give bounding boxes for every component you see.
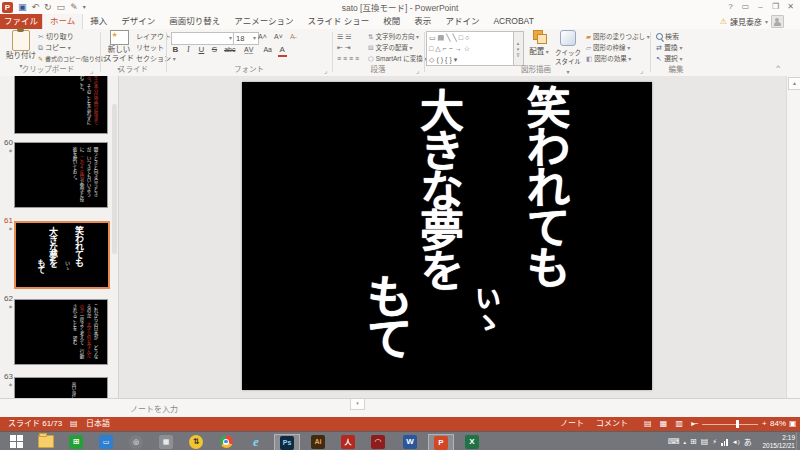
excel-button[interactable]: X (460, 434, 484, 450)
help-button[interactable]: ? (723, 0, 738, 13)
ime-indicator[interactable]: あ (744, 436, 752, 447)
account-area[interactable]: ⚠ 諌見泰彦 ▾ (720, 14, 784, 29)
photoshop-button[interactable]: Ps (274, 434, 300, 450)
change-case-button[interactable]: Aa (260, 45, 276, 55)
acrobat-button[interactable]: 人 (336, 434, 360, 450)
restore-button[interactable]: ❐ (768, 0, 783, 13)
layout-button[interactable]: レイアウト (136, 32, 176, 42)
clipboard-dialog-launcher[interactable] (90, 67, 97, 74)
indent-buttons[interactable]: ⇤ ⇥ (337, 43, 351, 53)
zoom-slider-thumb[interactable] (736, 420, 739, 428)
list-buttons[interactable]: ☰ ☱ (337, 32, 352, 42)
zoom-in-button[interactable]: + (762, 417, 767, 431)
file-explorer-button[interactable] (34, 434, 58, 450)
paragraph-dialog-launcher[interactable] (416, 67, 423, 74)
powerpoint-button[interactable]: P (428, 434, 454, 450)
slide-indicator[interactable]: スライド 61/73 (8, 417, 62, 431)
grow-font-button[interactable]: A˄ (258, 32, 267, 42)
internet-explorer-button[interactable]: e (244, 434, 268, 450)
avatar[interactable] (771, 15, 784, 28)
notes-splitter-button[interactable]: ▾ (350, 398, 365, 410)
tab-addins[interactable]: アドイン (438, 14, 486, 29)
close-button[interactable]: ✕ (783, 0, 798, 13)
shape-outline-button[interactable]: ▱図形の枠線 (586, 43, 630, 53)
drawing-dialog-launcher[interactable] (640, 67, 647, 74)
font-size-combo[interactable]: ▾18 (233, 32, 259, 45)
notes-toggle-button[interactable]: ノート (560, 417, 584, 431)
keyboard-icon[interactable]: ⌨ (668, 437, 680, 446)
show-desktop-button[interactable] (796, 432, 800, 450)
italic-button[interactable]: I (183, 45, 194, 55)
thumbnail-slide-61-selected[interactable]: 笑われても いゝ 大きな夢を もて (14, 221, 110, 289)
cut-button[interactable]: ✂切り取り (38, 32, 74, 42)
strikethrough-button[interactable]: S (209, 45, 220, 55)
network-icon[interactable] (721, 438, 728, 446)
thumbnail-slide-59[interactable]: 学生の本分は学問の探求である。そのことを忘れずに励むこと。 (14, 76, 108, 134)
text-direction-button[interactable]: ⇅文字列の方向 (368, 32, 419, 42)
tab-insert[interactable]: 挿入 (83, 14, 114, 29)
find-button[interactable]: 検索 (656, 32, 679, 42)
thumbnail-slide-63[interactable]: 高い身に (14, 377, 108, 398)
editor-scrollbar[interactable]: ▴ (786, 76, 800, 398)
creative-cloud-button[interactable]: ◠ (366, 434, 390, 450)
tab-review[interactable]: 校閲 (376, 14, 407, 29)
tab-animations[interactable]: アニメーション (227, 14, 300, 29)
slide-canvas[interactable]: 笑われても いゝ 大きな夢を もて (242, 82, 652, 390)
notes-pane[interactable]: ▾ ノートを入力 (0, 398, 800, 418)
replace-button[interactable]: ⇄置換 (656, 43, 683, 53)
thumbnail-slide-62[interactable]: これからの日本が どうなるのか、大学で何を学んだのか一度よく考えて 行動されるこ… (14, 299, 108, 365)
spellcheck-icon[interactable]: ▤ (70, 417, 78, 431)
tab-home[interactable]: ホーム (42, 14, 83, 29)
remote-app-button[interactable]: ▭ (94, 434, 118, 450)
collapse-ribbon-button[interactable]: ^ (776, 63, 780, 72)
font-dialog-launcher[interactable] (324, 67, 331, 74)
shapes-gallery[interactable]: ▭▤╲╲□○ □△⌐~→☆ ◇(){}▾ (426, 31, 518, 66)
start-button[interactable] (4, 434, 28, 450)
view-buttons[interactable]: ▤ ▦ ▥ ▸ (644, 417, 698, 431)
tab-file[interactable]: ファイル (0, 14, 42, 29)
taskbar-clock[interactable]: 2:19 2015/12/21 (762, 434, 795, 449)
volume-icon[interactable]: ◄) (732, 439, 740, 445)
copy-button[interactable]: ⧉コピー (38, 43, 71, 53)
font-name-combo[interactable]: ▾ (171, 32, 235, 45)
word-button[interactable]: W (398, 434, 422, 450)
scroll-up-icon[interactable]: ▴ (788, 77, 800, 90)
display-icon[interactable]: ▤ (701, 437, 709, 446)
reset-button[interactable]: リセット (136, 43, 164, 53)
notes-placeholder[interactable]: ノートを入力 (130, 403, 178, 414)
ribbon-options-button[interactable]: ▭ (738, 0, 753, 13)
thumbnail-scrollbar[interactable] (112, 104, 117, 254)
clear-formatting-button[interactable]: A̶ (290, 32, 295, 42)
thumbnail-slide-60[interactable]: 闘うときと向き合うときが、いつきてもいいように、この4年間で勉学と技術を磨いてお… (14, 142, 108, 208)
tab-transitions[interactable]: 画面切り替え (162, 14, 227, 29)
font-color-button[interactable]: A (278, 45, 287, 57)
language-indicator[interactable]: 日本語 (86, 417, 110, 431)
minimize-button[interactable]: – (753, 0, 768, 13)
shrink-font-button[interactable]: A˅ (274, 32, 283, 42)
sync-app-button[interactable]: ⇅ (184, 434, 208, 450)
hidden-icons-chevron[interactable]: ▴ (684, 439, 687, 445)
tab-acrobat[interactable]: ACROBAT (486, 14, 540, 29)
zoom-out-button[interactable]: − (694, 417, 699, 431)
zoom-slider[interactable] (702, 424, 758, 425)
action-center-icon[interactable]: ⊞ (690, 437, 697, 446)
tab-design[interactable]: デザイン (114, 14, 162, 29)
arrange-button[interactable]: 配置 (526, 30, 552, 57)
char-spacing-button[interactable]: A̲V̲ (240, 45, 258, 55)
comments-toggle-button[interactable]: コメント (596, 417, 628, 431)
zoom-level[interactable]: 84% (770, 417, 786, 431)
shape-fill-button[interactable]: ▰図形の塗りつぶし (586, 32, 650, 42)
chrome-button[interactable] (214, 434, 238, 450)
bold-button[interactable]: B (170, 45, 181, 55)
tab-view[interactable]: 表示 (407, 14, 438, 29)
shadow-button[interactable]: abc (222, 45, 238, 55)
align-text-button[interactable]: ⊟文字の配置 (368, 43, 413, 53)
illustrator-button[interactable]: Ai (306, 434, 330, 450)
print-app-button[interactable]: ▦ (154, 434, 178, 450)
underline-button[interactable]: U (196, 45, 207, 55)
tab-slideshow[interactable]: スライド ショー (300, 14, 376, 29)
media-app-button[interactable]: ◎ (124, 434, 148, 450)
fit-to-window-button[interactable]: ▣ (789, 417, 797, 431)
shapes-gallery-scroll[interactable]: ▴▾⊽ (513, 31, 524, 66)
power-icon[interactable]: ⚡ (712, 438, 717, 446)
